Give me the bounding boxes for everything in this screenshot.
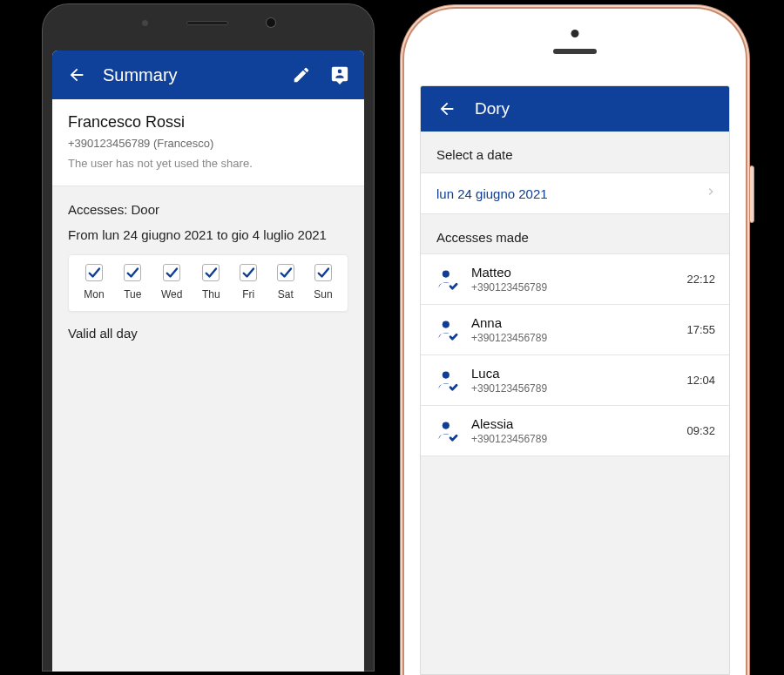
access-time: 22:12 [686,273,715,286]
checkbox-icon [163,264,180,281]
user-contact: (Francesco) [153,137,213,150]
selected-date: lun 24 giugno 2021 [436,186,548,201]
android-sensor-bar [42,3,375,42]
log-appbar: Dory [421,86,729,132]
checkbox-icon [240,264,257,281]
contact-add-icon[interactable] [328,63,352,87]
svg-point-2 [443,371,449,378]
checkbox-icon [85,264,103,281]
user-summary-card: Francesco Rossi +390123456789 (Francesco… [52,99,364,186]
checkbox-icon [277,264,294,281]
day-toggle-mon[interactable]: Mon [84,264,104,300]
access-row[interactable]: Alessia+39012345678909:32 [421,406,729,456]
accesses-label: Accesses: Door [68,202,348,217]
back-icon[interactable] [64,63,89,87]
user-phone: +390123456789 [68,137,150,150]
access-phone: +390123456789 [471,433,674,445]
svg-point-3 [443,422,449,429]
date-picker-row[interactable]: lun 24 giugno 2021 [421,172,729,214]
back-icon[interactable] [435,97,459,121]
iphone-screen: Dory Select a date lun 24 giugno 2021 Ac… [420,85,730,675]
access-phone: +390123456789 [471,332,674,344]
accesses-section: Accesses: Door From lun 24 giugno 2021 t… [52,186,364,348]
day-label: Tue [124,288,141,300]
user-name: Francesco Rossi [68,113,348,132]
day-label: Wed [161,288,182,300]
accesses-list: Matteo+39012345678922:12Anna+39012345678… [421,253,729,456]
chevron-right-icon [705,186,717,201]
person-checked-icon [435,267,459,292]
day-toggle-sun[interactable]: Sun [314,264,332,300]
day-label: Sat [278,288,294,300]
access-name: Anna [471,315,674,330]
summary-appbar: Summary [52,51,364,99]
day-toggle-sat[interactable]: Sat [277,264,294,300]
access-name: Luca [471,366,674,381]
day-label: Fri [242,288,254,300]
day-label: Mon [84,288,104,300]
day-label: Sun [314,288,332,300]
access-row[interactable]: Luca+39012345678912:04 [421,355,729,406]
day-toggle-wed[interactable]: Wed [161,264,182,300]
user-share-note: The user has not yet used the share. [68,157,348,170]
access-name: Alessia [471,416,674,431]
checkbox-icon [124,264,141,281]
access-time: 09:32 [686,424,715,437]
appbar-title: Dory [475,99,510,118]
access-name: Matteo [471,265,674,280]
android-screen: Summary Francesco Rossi +390123456789 (F… [52,51,364,672]
access-phone: +390123456789 [471,281,674,294]
user-phone-line: +390123456789 (Francesco) [68,137,348,150]
svg-point-0 [443,270,449,277]
validity-note: Valid all day [68,326,348,341]
access-time: 17:55 [686,323,715,336]
iphone-frame: Dory Select a date lun 24 giugno 2021 Ac… [404,9,746,675]
access-row[interactable]: Anna+39012345678917:55 [421,305,729,355]
accesses-made-label: Accesses made [421,214,729,253]
day-toggle-thu[interactable]: Thu [202,264,220,300]
day-toggle-fri[interactable]: Fri [240,264,257,300]
svg-point-1 [443,321,449,327]
edit-icon[interactable] [289,63,314,87]
range-from: lun 24 giugno 2021 [102,227,213,242]
checkbox-icon [202,264,220,281]
access-phone: +390123456789 [471,382,674,395]
earpiece-speaker-icon [553,49,597,54]
front-camera-icon [571,30,579,37]
range-to: gio 4 luglio 2021 [232,227,327,242]
proximity-sensor-icon [142,20,148,26]
weekday-selector: MonTueWedThuFriSatSun [68,254,348,312]
android-phone-frame: Summary Francesco Rossi +390123456789 (F… [38,0,378,675]
day-label: Thu [202,288,220,300]
checkbox-icon [314,264,332,281]
range-mid: to [217,227,228,242]
day-toggle-tue[interactable]: Tue [124,264,141,300]
front-camera-icon [267,18,275,27]
access-time: 12:04 [686,374,715,387]
person-checked-icon [435,368,459,393]
iphone-sensor-bar [404,9,746,77]
earpiece-speaker-icon [186,21,228,25]
range-prefix: From [68,227,98,242]
appbar-title: Summary [103,65,275,85]
select-date-label: Select a date [421,132,729,172]
person-checked-icon [435,318,459,342]
access-date-range: From lun 24 giugno 2021 to gio 4 luglio … [68,227,348,242]
person-checked-icon [435,419,459,443]
access-row[interactable]: Matteo+39012345678922:12 [421,254,729,305]
